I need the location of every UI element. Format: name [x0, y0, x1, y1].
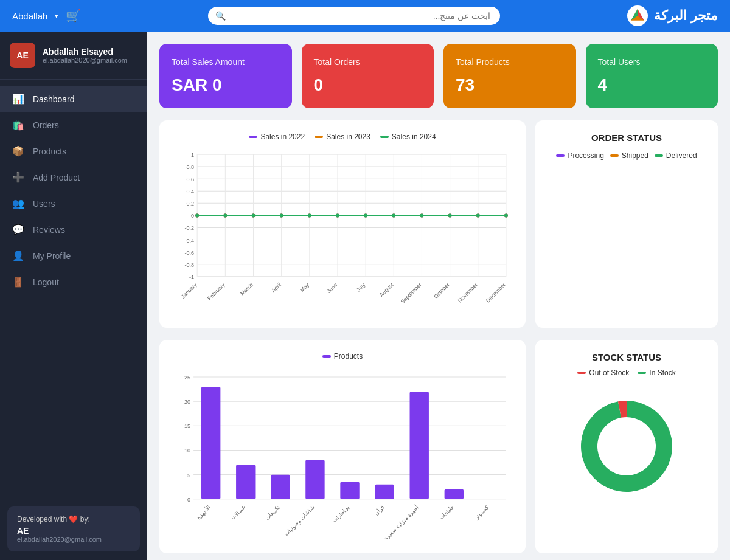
stat-cards: Total Sales Amount SAR 0Total Orders 0To…	[159, 44, 718, 108]
stat-label: Total Sales Amount	[172, 57, 280, 67]
svg-point-77	[364, 213, 367, 217]
search-input[interactable]	[208, 7, 500, 25]
profile-email: el.abdallah2020@gmail.com	[43, 57, 127, 64]
avatar: AE	[10, 43, 35, 68]
add-product-icon: ➕	[12, 171, 24, 183]
profile-info: Abdallah Elsayed el.abdallah2020@gmail.c…	[43, 47, 127, 64]
svg-text:قرآن: قرآن	[372, 503, 386, 517]
search-icon: 🔍	[215, 11, 226, 21]
svg-rect-99	[271, 475, 290, 499]
sidebar-item-label: Logout	[33, 277, 59, 287]
svg-text:July: July	[355, 282, 367, 293]
logout-icon: 🚪	[12, 276, 24, 288]
svg-text:-0.6: -0.6	[185, 250, 195, 256]
svg-text:شاشات وصوتيات: شاشات وصوتيات	[283, 504, 316, 538]
search-bar: 🔍	[208, 7, 500, 25]
svg-text:October: October	[433, 282, 451, 300]
stat-value: SAR 0	[172, 75, 280, 95]
sidebar-profile: AE Abdallah Elsayed el.abdallah2020@gmai…	[0, 32, 147, 80]
layout: AE Abdallah Elsayed el.abdallah2020@gmai…	[0, 32, 730, 560]
order-legend-item: Shipped	[610, 151, 648, 160]
svg-point-71	[195, 213, 199, 217]
brand-name: متجر البركة	[654, 8, 718, 24]
topnav: Abdallah ▾ 🛒 🔍 متجر البركة	[0, 0, 730, 32]
svg-point-74	[280, 213, 283, 217]
sidebar: AE Abdallah Elsayed el.abdallah2020@gmai…	[0, 32, 147, 560]
sidebar-footer: Developed with ❤️ by: AE el.abdallah2020…	[7, 506, 140, 551]
sidebar-item-label: Products	[33, 147, 66, 156]
svg-rect-105	[375, 485, 394, 499]
dev-email: el.abdallah2020@gmail.com	[17, 536, 130, 543]
sidebar-item-products[interactable]: 📦 Products	[0, 138, 147, 164]
sidebar-item-add-product[interactable]: ➕ Add Product	[0, 164, 147, 190]
svg-text:25: 25	[184, 375, 190, 381]
sales-legend-item: Sales in 2024	[380, 133, 436, 141]
dashboard-icon: 📊	[12, 93, 24, 105]
sidebar-item-label: Dashboard	[33, 94, 75, 104]
svg-text:August: August	[378, 282, 395, 298]
products-chart-card: Products 0510152025الأجهزةغسالاتتكييفاتش…	[159, 340, 526, 553]
order-legend-item: Delivered	[655, 151, 697, 160]
stat-value: 0	[314, 75, 422, 95]
sidebar-item-label: My Profile	[33, 251, 71, 261]
order-status-legend: ProcessingShippedDelivered	[556, 151, 697, 160]
svg-rect-103	[340, 482, 359, 499]
svg-text:0.4: 0.4	[187, 188, 195, 195]
orders-icon: 🛍️	[12, 119, 24, 131]
svg-text:أجهزة منزلية صغيرة: أجهزة منزلية صغيرة	[382, 503, 421, 539]
dev-initials: AE	[17, 526, 130, 536]
brand-logo	[627, 5, 648, 26]
svg-text:December: December	[485, 282, 507, 303]
svg-point-81	[476, 213, 480, 217]
sidebar-item-users[interactable]: 👥 Users	[0, 190, 147, 216]
username-label: Abdallah	[12, 11, 47, 21]
svg-text:-0.2: -0.2	[185, 225, 195, 231]
nav-items: 📊 Dashboard🛍️ Orders📦 Products➕ Add Prod…	[0, 80, 147, 500]
svg-point-82	[504, 213, 508, 217]
svg-text:20: 20	[184, 399, 190, 405]
stock-legend-item: In Stock	[638, 368, 675, 377]
sidebar-item-my-profile[interactable]: 👤 My Profile	[0, 243, 147, 269]
svg-text:الأجهزة: الأجهزة	[195, 503, 212, 520]
sidebar-item-logout[interactable]: 🚪 Logout	[0, 269, 147, 295]
order-legend-item: Processing	[556, 151, 603, 160]
svg-point-78	[392, 213, 395, 217]
svg-point-75	[308, 213, 311, 217]
svg-rect-107	[410, 392, 429, 499]
stat-card-total-sales: Total Sales Amount SAR 0	[159, 44, 292, 108]
svg-text:January: January	[180, 282, 198, 300]
svg-text:10: 10	[184, 448, 190, 454]
stat-value: 4	[598, 75, 706, 95]
svg-text:February: February	[206, 282, 226, 302]
svg-text:0: 0	[187, 497, 190, 503]
products-chart-legend: Products	[172, 352, 513, 361]
svg-text:طباعات: طباعات	[438, 504, 455, 521]
stock-title: STOCK STATUS	[592, 352, 661, 362]
sidebar-item-reviews[interactable]: 💬 Reviews	[0, 216, 147, 243]
sales-legend-item: Sales in 2023	[315, 133, 370, 141]
my-profile-icon: 👤	[12, 250, 24, 261]
svg-text:0.2: 0.2	[187, 201, 195, 207]
svg-text:0: 0	[191, 213, 194, 219]
sidebar-item-dashboard[interactable]: 📊 Dashboard	[0, 86, 147, 112]
cart-icon[interactable]: 🛒	[66, 9, 81, 23]
stat-card-total-users: Total Users 4	[586, 44, 718, 108]
svg-text:May: May	[299, 282, 310, 293]
svg-point-79	[420, 213, 423, 217]
stat-label: Total Orders	[314, 57, 422, 67]
reviews-icon: 💬	[12, 224, 24, 235]
user-menu[interactable]: Abdallah ▾ 🛒	[12, 9, 81, 23]
products-legend-item: Products	[322, 352, 363, 361]
order-status-title: ORDER STATUS	[591, 133, 662, 143]
svg-text:15: 15	[184, 423, 190, 429]
svg-text:0.8: 0.8	[187, 164, 195, 170]
sidebar-item-label: Add Product	[33, 173, 80, 182]
charts-row-1: Sales in 2022Sales in 2023Sales in 2024 …	[159, 120, 718, 328]
sales-legend-item: Sales in 2022	[249, 133, 305, 141]
stock-legend-item: Out of Stock	[577, 368, 629, 377]
svg-text:September: September	[400, 282, 423, 305]
svg-text:غسالات: غسالات	[230, 504, 247, 521]
main-content: Total Sales Amount SAR 0Total Orders 0To…	[147, 32, 730, 560]
sidebar-item-orders[interactable]: 🛍️ Orders	[0, 112, 147, 138]
svg-point-76	[336, 213, 339, 217]
